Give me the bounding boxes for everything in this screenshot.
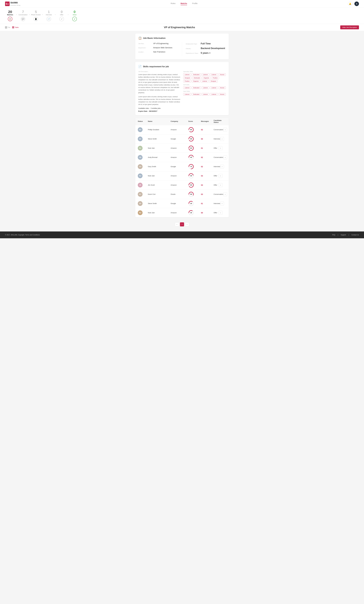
avatar: KC [138,192,143,197]
job-basic-card: 📋 Job Basic Information Job Role : VP of… [135,34,229,59]
cell-avatar: NJ [138,174,148,178]
logo: S M SkillMil Precision Hiring [5,1,20,6]
hide-job-btn[interactable]: Hide Job Discription [340,25,359,29]
row-arrow-btn[interactable]: › [219,174,223,178]
hired-label: Hired [73,14,76,16]
soft-dedicated-1: Dedicated [192,87,201,89]
row-arrow-btn[interactable]: › [223,155,227,159]
svg-rect-5 [5,27,6,28]
row-arrow-btn[interactable]: › [219,211,223,215]
pipeline-step-phone[interactable]: 5 Phone Screen 📱 [31,10,41,21]
score-num: 85 [190,129,192,131]
avatar: PG [138,127,143,132]
table-icon [12,26,14,28]
footer-contact[interactable]: Contact Us [351,234,359,236]
tag-positive-1: Positive [211,77,219,79]
score-num: 75 [190,166,192,167]
cell-messages: 03 [201,175,213,177]
score-num: 90 [190,184,192,186]
tile-view-btn[interactable]: Tile [5,26,10,28]
footer-faq[interactable]: FAQ [332,234,335,236]
soft-listener-2: Listener [201,87,209,89]
table-view-btn[interactable]: Table [12,26,19,28]
nav-roles[interactable]: Roles [171,2,176,5]
score-circle: 90 [188,182,194,188]
row-arrow-btn[interactable]: › [220,137,224,141]
cell-status: Interview [213,166,220,167]
skills-card: 📄 Skills requirement for job Job Descrip… [135,62,229,115]
cell-name: Noel Jain [148,212,171,214]
current-page-btn[interactable]: 1 [180,222,184,226]
cell-action: › [219,211,226,215]
table-body: PG Phillip Goodwin Amazon 85 02 Conversa… [135,125,229,217]
job-info-right: Employment Type : Full Time Industry : B… [182,42,226,56]
hard-honest-1: Honest [219,93,226,96]
score-num: 89 [190,138,192,140]
user-avatar-btn[interactable]: A [354,1,359,6]
pagination: ‹ 1 › [135,220,229,229]
row-arrow-btn[interactable]: › [219,146,223,150]
notification-btn[interactable]: 🔔 [348,1,352,6]
tag-dedicated-2: Dedicated [192,77,201,79]
table-row: JS Jim Scott Amazon 90 04 Offer › [135,180,229,190]
cell-score: 34 [188,210,201,215]
expire-label: Expire Date : [138,110,148,112]
hired-count: 0 [74,10,75,14]
arrow-5: › [68,13,68,16]
row-arrow-btn[interactable]: › [219,183,223,187]
nav-profile[interactable]: Profile [192,2,198,5]
footer-copyright: © 2017, SKILLMIL Copyright, Terms and Co… [5,234,40,236]
pipeline-step-conversation[interactable]: 7 Conversation 💬 [18,10,28,21]
pipeline-step-matches[interactable]: 20 Matches 📋 [5,10,15,21]
nav-matchs[interactable]: Matchs [181,2,187,5]
matches-icon: 📋 [8,17,13,21]
skills-right: Speciality Skills Listener Dedicated Lis… [183,71,226,112]
table-header: Status Name Company Score Messages Candi… [135,118,229,125]
available-roles-value: 3 simillar jobs [151,107,161,109]
skills-title: Skills requirement for job [143,65,169,68]
hard-label: Hard Skills [183,90,226,92]
job-desc-label: Job Description : [138,71,181,72]
row-arrow-btn[interactable]: › [223,192,227,196]
department-row: Department : Amazon Web Services [138,47,178,49]
table-row: NJ Noel Jain Amazon 34 00 Offer › [135,208,229,217]
soft-listener-1: Listener [183,87,191,89]
footer-support[interactable]: Support [341,234,346,236]
conversation-icon: 💬 [21,17,25,21]
pipeline-step-interview[interactable]: 1 Interview 📄 [44,10,54,21]
interview-count: 1 [48,10,50,14]
tag-listener-4: Listener [201,80,209,82]
tag-designer-1: Designer [183,77,192,79]
employment-value: Full Time [201,42,211,45]
cell-avatar: NJ [138,146,148,151]
cell-score: 45 [188,155,201,160]
specialty-label: Speciality Skills [183,71,226,72]
pipeline-step-offer[interactable]: 0 Offer ✔ [57,10,67,21]
tag-dedicated-1: Dedicated [192,73,201,76]
cell-messages: 02 [201,166,213,168]
avatar: AB [138,155,143,160]
cell-name: Andy Bronad [148,156,171,158]
job-role-label: Job Role : [138,43,152,44]
score-circle: 45 [188,155,194,160]
avatar: NJ [138,146,143,151]
location-value: San Fransisco [153,51,165,53]
cell-company: Amazon [171,175,188,177]
col-name: Name [148,119,171,123]
soft-tags: Listener Dedicated Listener Listener Hon… [183,87,226,89]
candidates-table: Status Name Company Score Messages Candi… [135,118,229,217]
row-arrow-btn[interactable]: › [220,165,224,168]
cell-status: Conversation [213,193,223,195]
next-page-btn[interactable]: › [185,222,189,226]
cell-score: 56 [188,191,201,197]
job-desc-section: Job Description : Lorem ipsum dolor sit … [138,71,181,112]
row-arrow-btn[interactable]: › [220,202,224,205]
pipeline-step-hired[interactable]: 0 Hired ✔ [70,10,80,21]
row-arrow-btn[interactable]: › [223,128,227,132]
score-num: 56 [190,193,192,195]
phone-icon: 📱 [34,17,38,21]
logo-name: SkillMil [10,1,20,4]
avatar: GS [138,164,143,169]
svg-text:M: M [7,3,9,5]
prev-page-btn[interactable]: ‹ [175,222,179,226]
